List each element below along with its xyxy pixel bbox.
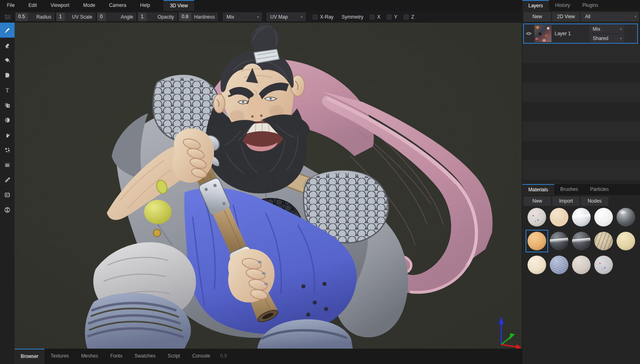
- tab-materials[interactable]: Materials: [522, 184, 554, 195]
- svg-text:ID: ID: [6, 163, 10, 167]
- 2d-view-button[interactable]: 2D View: [552, 12, 580, 21]
- material-striped-beige[interactable]: [594, 232, 613, 250]
- material-blue-fabric[interactable]: [550, 256, 568, 274]
- layer-name[interactable]: Layer 1: [553, 31, 588, 36]
- tool-clone[interactable]: [0, 97, 15, 112]
- options-toolbar: 0.5Radius1UV Scale0Angle1Opacity0.8Hardn…: [0, 11, 522, 23]
- opacity-value[interactable]: 1: [138, 13, 146, 21]
- uv-map-dropdown[interactable]: UV Map▾: [267, 13, 305, 21]
- material-plain-white[interactable]: [594, 208, 613, 226]
- xray-toggle[interactable]: X-Ray: [313, 14, 333, 20]
- layers-actions: New2D ViewAll▾: [522, 11, 640, 23]
- hardness-slider[interactable]: 0.8Hardness: [179, 13, 218, 21]
- uv-scale-value[interactable]: 1: [56, 13, 65, 21]
- menu-mode[interactable]: Mode: [76, 0, 102, 11]
- symmetry-axis-z[interactable]: Z: [404, 14, 414, 20]
- new-button[interactable]: New: [523, 197, 551, 206]
- layer-thumbnail[interactable]: [534, 25, 551, 42]
- tab-layers[interactable]: Layers: [522, 0, 549, 11]
- material-pale-sand[interactable]: [617, 232, 635, 250]
- menu-camera[interactable]: Camera: [102, 0, 134, 11]
- hardness-value[interactable]: 0.8: [179, 13, 191, 21]
- tab-plugins[interactable]: Plugins: [576, 0, 604, 11]
- angle-value[interactable]: 0: [97, 13, 106, 21]
- material-ivory[interactable]: [528, 256, 546, 274]
- empty-layer-slot: [522, 121, 640, 141]
- uv-scale-slider[interactable]: 1UV Scale: [56, 13, 95, 21]
- menu-help[interactable]: Help: [133, 0, 157, 11]
- axis-y-label: Y: [394, 14, 397, 20]
- mix-dropdown[interactable]: Mix▾: [223, 13, 262, 21]
- material-dark-gloss[interactable]: [617, 208, 635, 226]
- all-button[interactable]: All▾: [581, 12, 639, 21]
- tool-picker[interactable]: [0, 172, 15, 187]
- empty-layer-slot: [522, 160, 640, 180]
- new-button[interactable]: New: [523, 12, 551, 21]
- radius-value[interactable]: 0.5: [15, 13, 28, 21]
- material-chrome-white[interactable]: [572, 208, 591, 226]
- tool-eraser[interactable]: [0, 38, 15, 53]
- material-speckled-white[interactable]: [528, 208, 546, 226]
- tab-console[interactable]: Console: [186, 349, 216, 364]
- empty-layer-slot: [522, 102, 640, 121]
- uv-scale-label: UV Scale: [65, 14, 95, 20]
- tab-3d-view[interactable]: 3D View: [163, 0, 194, 11]
- import-button[interactable]: Import: [552, 197, 580, 206]
- svg-text:T: T: [6, 87, 9, 93]
- materials-grid: [528, 208, 639, 274]
- material-dark-glass-2[interactable]: [572, 232, 591, 250]
- material-cream-clay[interactable]: [550, 208, 568, 226]
- material-warm-gray[interactable]: [572, 256, 591, 274]
- tool-text[interactable]: T: [0, 83, 15, 97]
- tab-brushes[interactable]: Brushes: [554, 184, 584, 195]
- tab-fonts[interactable]: Fonts: [104, 349, 128, 364]
- tool-material[interactable]: [0, 202, 15, 217]
- axis-y-checkbox[interactable]: [387, 15, 392, 19]
- menu-file[interactable]: File: [0, 0, 21, 11]
- tool-colorid[interactable]: ID: [0, 157, 15, 172]
- chevron-down-icon: ▾: [620, 36, 624, 40]
- radius-slider[interactable]: 0.5Radius: [15, 13, 55, 21]
- tab-history[interactable]: History: [549, 0, 576, 11]
- empty-layer-slot: [522, 83, 640, 102]
- material-speckled-gray[interactable]: [594, 256, 613, 274]
- layer-blend-dropdown[interactable]: Mix▾: [589, 25, 624, 33]
- angle-slider[interactable]: 0Angle: [97, 13, 136, 21]
- tab-browser[interactable]: Browser: [15, 349, 45, 364]
- tool-decal[interactable]: [0, 68, 15, 83]
- visibility-eye-icon[interactable]: [525, 30, 533, 37]
- viewport-canvas[interactable]: [15, 23, 522, 349]
- version-label: 0.9: [220, 349, 227, 364]
- tool-sidebar: TID: [0, 23, 15, 364]
- tab-textures[interactable]: Textures: [45, 349, 75, 364]
- tab-meshes[interactable]: Meshes: [75, 349, 104, 364]
- character-model: [15, 23, 522, 349]
- empty-layer-slot: [522, 63, 640, 83]
- axis-x-checkbox[interactable]: [370, 15, 375, 19]
- tool-brush[interactable]: [0, 23, 15, 38]
- menu-edit[interactable]: Edit: [21, 0, 44, 11]
- tab-particles[interactable]: Particles: [584, 184, 615, 195]
- tool-smudge[interactable]: [0, 127, 15, 142]
- chevron-down-icon: ▾: [257, 15, 261, 19]
- layer-object-dropdown[interactable]: Shared▾: [589, 34, 624, 42]
- nodes-button[interactable]: Nodes: [581, 197, 608, 206]
- material-dark-glass-1[interactable]: [550, 232, 568, 250]
- axis-z-checkbox[interactable]: [404, 15, 409, 19]
- tool-fill[interactable]: [0, 53, 15, 68]
- tool-bake[interactable]: [0, 187, 15, 202]
- menu-viewport[interactable]: Viewport: [44, 0, 76, 11]
- tool-blur[interactable]: [0, 112, 15, 127]
- symmetry-axis-x[interactable]: X: [370, 14, 380, 20]
- mix-dropdown-label: Mix: [223, 14, 234, 20]
- symmetry-axis-y[interactable]: Y: [387, 14, 397, 20]
- layer-row[interactable]: Layer 1 Mix▾ Shared▾: [523, 23, 638, 44]
- layer-mask-cell[interactable]: [626, 25, 636, 42]
- tool-particle[interactable]: [0, 142, 15, 157]
- tab-swatches[interactable]: Swatches: [128, 349, 161, 364]
- empty-layer-slot: [522, 141, 640, 160]
- opacity-slider[interactable]: 1Opacity: [138, 13, 177, 21]
- material-orange-clay[interactable]: [528, 232, 546, 250]
- tab-script[interactable]: Script: [161, 349, 186, 364]
- xray-checkbox[interactable]: [313, 15, 318, 19]
